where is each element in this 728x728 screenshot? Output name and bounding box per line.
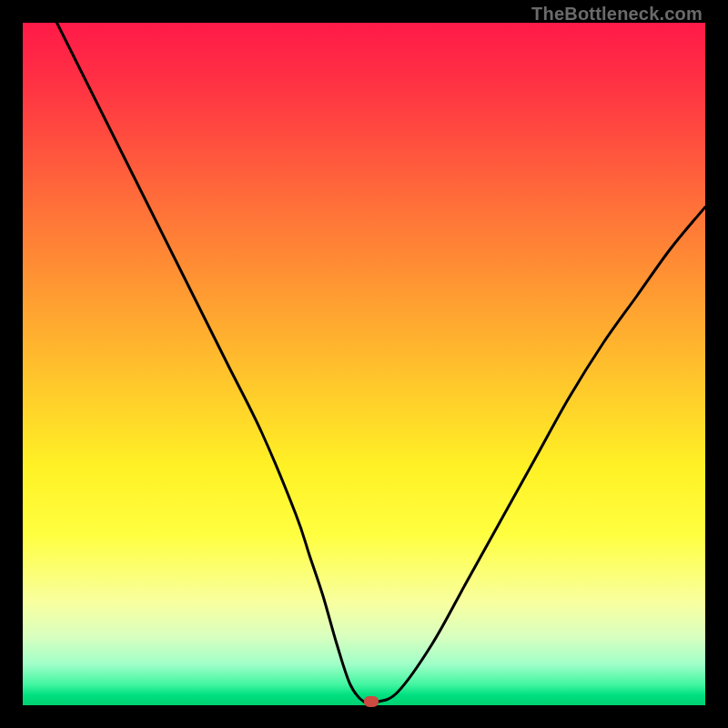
plot-area bbox=[23, 23, 705, 705]
watermark-text: TheBottleneck.com bbox=[531, 4, 703, 25]
chart-stage: TheBottleneck.com bbox=[0, 0, 728, 728]
curve-path bbox=[57, 23, 706, 703]
min-marker bbox=[364, 696, 379, 707]
bottleneck-curve bbox=[23, 23, 705, 705]
